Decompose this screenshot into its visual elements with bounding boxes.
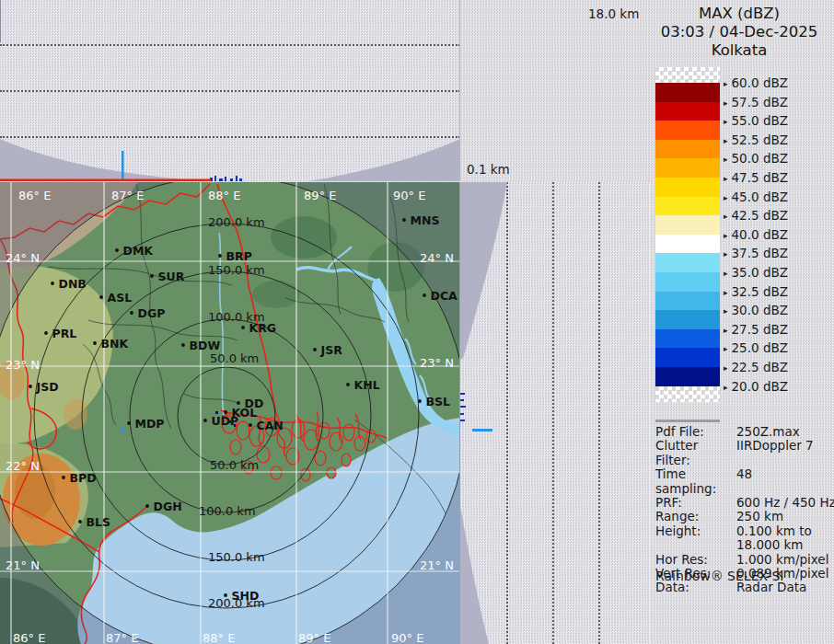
beam-limit-wedge-top bbox=[460, 182, 507, 359]
metadata-label: PRF: bbox=[655, 496, 736, 510]
city-label: BLS bbox=[87, 515, 111, 529]
city-dot bbox=[145, 504, 149, 508]
city-label: JSR bbox=[320, 343, 343, 357]
latlon-label: 88° E bbox=[203, 631, 235, 644]
map-right-border bbox=[459, 182, 460, 644]
legend-value-text: 30.0 dBZ bbox=[732, 303, 788, 317]
legend-value: ▸20.0 dBZ bbox=[724, 379, 788, 394]
latlon-label: 22° N bbox=[6, 459, 40, 473]
metadata-label: Height: bbox=[655, 524, 736, 538]
city-label: BPD bbox=[70, 471, 97, 485]
latlon-label: 89° E bbox=[298, 631, 330, 644]
echo-profile-spike bbox=[122, 151, 124, 180]
colorbar-swatch-transparent bbox=[655, 386, 720, 402]
legend-tick-arrow: ▸ bbox=[724, 326, 728, 335]
metadata-label: Hor Res: bbox=[655, 553, 736, 567]
colorbar-swatch bbox=[655, 329, 720, 349]
legend-tick-arrow: ▸ bbox=[724, 383, 728, 392]
city-label: SHD bbox=[232, 589, 260, 603]
side-panel-graphics bbox=[460, 182, 650, 644]
city-label: MDP bbox=[135, 417, 165, 431]
city-dot bbox=[418, 399, 422, 403]
legend-value: ▸35.0 dBZ bbox=[724, 265, 788, 280]
metadata-row: Pdf File:250Z.max bbox=[655, 425, 834, 439]
dbz-color-scale: ▸60.0 dBZ▸57.5 dBZ▸55.0 dBZ▸52.5 dBZ▸50.… bbox=[655, 67, 834, 406]
city-dot bbox=[29, 385, 32, 388]
city-dot bbox=[78, 520, 82, 523]
city-dot bbox=[51, 282, 54, 285]
legend-tick-arrow: ▸ bbox=[724, 269, 728, 278]
city-dot bbox=[237, 401, 240, 405]
legend-tick-arrow: ▸ bbox=[724, 79, 728, 88]
legend-value-text: 40.0 dBZ bbox=[732, 227, 788, 242]
country-border-top bbox=[0, 179, 211, 182]
range-ring-label: 100.0 km bbox=[199, 504, 256, 518]
legend-tick-arrow: ▸ bbox=[724, 344, 728, 353]
legend-value-text: 47.5 dBZ bbox=[732, 170, 788, 185]
city-dot bbox=[218, 254, 222, 258]
colorbar-swatch bbox=[655, 253, 720, 272]
legend-value-text: 52.5 dBZ bbox=[732, 132, 788, 147]
colorbar-swatch bbox=[655, 292, 720, 311]
metadata-label: Time sampling: bbox=[655, 467, 736, 496]
metadata-value: 0.100 km to bbox=[736, 524, 834, 538]
legend-value-text: 25.0 dBZ bbox=[732, 340, 788, 355]
city-dot bbox=[224, 593, 227, 597]
city-label: DGH bbox=[154, 500, 182, 513]
city-dot bbox=[423, 293, 426, 297]
legend-value-text: 32.5 dBZ bbox=[732, 284, 788, 299]
legend-value: ▸57.5 dBZ bbox=[724, 95, 788, 109]
min-height-label: 0.1 km bbox=[467, 162, 510, 177]
city-label: KRG bbox=[249, 321, 277, 335]
legend-value: ▸22.5 dBZ bbox=[724, 360, 788, 374]
city-label: MNS bbox=[411, 213, 440, 227]
radar-map-canvas[interactable]: 200.0 km150.0 km100.0 km50.0 km50.0 km10… bbox=[0, 182, 460, 644]
product-title-block: MAX (dBZ) 03:03 / 04-Dec-2025 Kolkata bbox=[644, 5, 834, 60]
colorbar-swatch bbox=[655, 348, 720, 367]
product-datetime: 03:03 / 04-Dec-2025 bbox=[644, 23, 834, 41]
metadata-value: 1.000 km/pixel bbox=[736, 553, 834, 567]
range-ring-label: 200.0 km bbox=[208, 215, 265, 229]
metadata-label: Clutter Filter: bbox=[655, 439, 736, 467]
latlon-label: 23° N bbox=[6, 358, 40, 372]
colorbar-swatch bbox=[655, 272, 720, 292]
city-dot bbox=[249, 423, 252, 427]
metadata-row: Hor Res:1.000 km/pixel bbox=[655, 553, 834, 567]
legend-value: ▸47.5 dBZ bbox=[724, 170, 788, 185]
city-label: PRL bbox=[52, 327, 77, 340]
legend-value-text: 60.0 dBZ bbox=[732, 75, 788, 90]
colorbar-swatch bbox=[655, 235, 720, 254]
legend-tick-arrow: ▸ bbox=[724, 212, 728, 221]
legend-tick-arrow: ▸ bbox=[724, 174, 728, 183]
latlon-label: 21° N bbox=[6, 558, 40, 572]
legend-value-text: 22.5 dBZ bbox=[732, 360, 788, 374]
range-ring-label: 150.0 km bbox=[208, 550, 265, 564]
legend-tick-arrow: ▸ bbox=[724, 98, 728, 108]
side-height-projection-panel bbox=[460, 182, 650, 644]
legend-tick-arrow: ▸ bbox=[724, 155, 728, 164]
city-label: BNK bbox=[101, 337, 130, 351]
metadata-row: Height:0.100 km to bbox=[655, 524, 834, 538]
legend-tick-arrow: ▸ bbox=[724, 363, 728, 373]
legend-value: ▸55.0 dBZ bbox=[724, 113, 788, 128]
legend-value-text: 37.5 dBZ bbox=[732, 246, 788, 260]
city-dot bbox=[130, 311, 133, 315]
colorbar bbox=[655, 67, 720, 402]
latlon-label: 23° N bbox=[420, 356, 454, 370]
radar-map: 200.0 km150.0 km100.0 km50.0 km50.0 km10… bbox=[0, 182, 460, 644]
latlon-label: 90° E bbox=[393, 189, 425, 202]
legend-tick-arrow: ▸ bbox=[724, 231, 728, 240]
city-label: JSD bbox=[36, 380, 59, 394]
legend-divider bbox=[655, 420, 720, 422]
city-dot bbox=[181, 343, 185, 347]
latlon-label: 87° E bbox=[111, 189, 144, 202]
city-label: SUR bbox=[158, 270, 185, 283]
legend-value-text: 42.5 dBZ bbox=[732, 208, 788, 223]
latlon-label: 88° E bbox=[208, 189, 240, 202]
metadata-row: Clutter Filter:IIRDoppler 7 bbox=[655, 439, 834, 467]
city-dot bbox=[99, 295, 103, 299]
product-name: MAX (dBZ) bbox=[644, 5, 834, 23]
legend-tick-arrow: ▸ bbox=[724, 193, 728, 202]
legend-value: ▸52.5 dBZ bbox=[724, 132, 788, 147]
echo-profile-bar bbox=[472, 429, 492, 431]
